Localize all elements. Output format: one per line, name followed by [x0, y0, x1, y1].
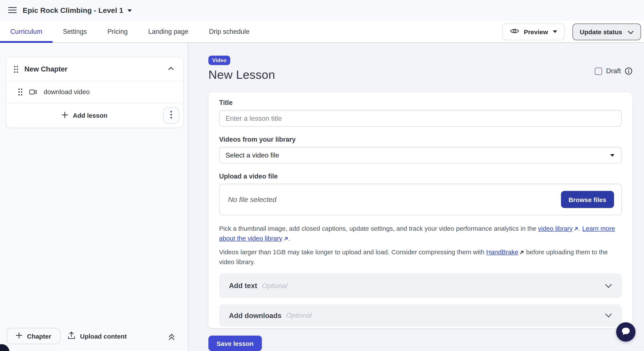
course-switcher[interactable]: Epic Rock Climbing - Level 1	[23, 6, 132, 15]
tabbar: Curriculum Settings Pricing Landing page…	[0, 21, 644, 43]
header-actions: Preview Update status	[502, 23, 644, 40]
lesson-title-input[interactable]	[219, 110, 622, 127]
help-text-segment: Videos larger than 1GB may take longer t…	[219, 248, 486, 256]
curriculum-sidebar: New Chapter download video	[0, 43, 188, 351]
caret-down-icon	[553, 30, 557, 33]
optional-hint: Optional	[286, 312, 312, 319]
help-text-segment: Pick a thumbnail image, add closed capti…	[219, 225, 538, 232]
lesson-type-badge: Video	[208, 56, 230, 65]
chevron-down-icon	[628, 28, 634, 35]
add-text-accordion[interactable]: Add text Optional	[219, 274, 622, 298]
video-library-link[interactable]: video library	[538, 225, 579, 232]
add-chapter-label: Chapter	[27, 332, 51, 340]
add-downloads-label: Add downloads	[229, 312, 282, 320]
lesson-title: download video	[44, 88, 90, 96]
caret-down-icon	[128, 9, 132, 12]
video-library-help-text: Pick a thumbnail image, add closed capti…	[219, 224, 622, 244]
title-field: Title	[219, 98, 622, 127]
lesson-header: Video New Lesson Draft	[208, 56, 632, 82]
double-chevron-up-icon	[168, 336, 176, 342]
chevron-down-icon	[605, 284, 612, 288]
draft-label: Draft	[606, 67, 621, 75]
course-title: Epic Rock Climbing - Level 1	[23, 6, 123, 15]
video-library-label: Videos from your library	[219, 135, 622, 144]
external-link-icon	[284, 234, 288, 244]
info-icon[interactable]	[625, 67, 632, 75]
lesson-form-card: Title Videos from your library Select a …	[208, 92, 632, 328]
collapse-chapter-button[interactable]	[167, 65, 174, 73]
link-label: video library	[538, 225, 573, 232]
video-library-selected-value: Select a video file	[226, 151, 279, 159]
hamburger-icon	[8, 7, 17, 14]
compression-help-text: Videos larger than 1GB may take longer t…	[219, 248, 622, 267]
lesson-heading-block: Video New Lesson	[208, 56, 275, 82]
upload-content-label: Upload content	[80, 332, 127, 340]
link-label: HandBrake	[486, 248, 518, 256]
add-text-label: Add text	[229, 282, 257, 290]
tab-drip-schedule[interactable]: Drip schedule	[199, 21, 260, 42]
help-text-segment: .	[579, 225, 582, 232]
page-title: New Lesson	[208, 68, 275, 82]
tab-settings[interactable]: Settings	[53, 21, 97, 42]
help-text-segment: .	[288, 234, 290, 242]
caret-down-icon	[610, 154, 614, 156]
lesson-item[interactable]: download video	[6, 81, 183, 103]
preview-label: Preview	[524, 28, 548, 35]
drag-handle-icon[interactable]	[14, 65, 18, 73]
chapter-header[interactable]: New Chapter	[6, 57, 183, 81]
app-body: New Chapter download video	[0, 43, 644, 351]
tab-pricing[interactable]: Pricing	[97, 21, 138, 42]
hamburger-menu-button[interactable]	[5, 3, 20, 18]
no-file-text: No file selected	[228, 196, 276, 204]
app: Epic Rock Climbing - Level 1 Curriculum …	[0, 0, 644, 351]
update-status-button[interactable]: Update status	[572, 23, 641, 40]
add-lesson-label: Add lesson	[73, 112, 108, 119]
chat-bubble-icon	[620, 326, 631, 338]
upload-label: Upload a video file	[219, 172, 622, 180]
kebab-icon	[170, 111, 172, 120]
video-library-field: Videos from your library Select a video …	[219, 135, 622, 164]
upload-content-button[interactable]: Upload content	[68, 328, 127, 344]
video-camera-icon	[29, 88, 38, 96]
external-link-icon	[520, 248, 524, 257]
tabs: Curriculum Settings Pricing Landing page…	[0, 21, 260, 42]
add-downloads-accordion[interactable]: Add downloads Optional	[219, 304, 622, 326]
add-lesson-button[interactable]: Add lesson	[62, 112, 108, 119]
lesson-editor: Video New Lesson Draft Title Vide	[188, 43, 644, 351]
topbar: Epic Rock Climbing - Level 1	[0, 0, 644, 21]
chat-widget-button[interactable]	[616, 322, 636, 342]
drag-handle-icon[interactable]	[18, 88, 23, 96]
video-library-select[interactable]: Select a video file	[219, 147, 622, 164]
plus-icon	[62, 112, 68, 119]
handbrake-link[interactable]: HandBrake	[486, 248, 518, 256]
chapter-title: New Chapter	[24, 65, 68, 73]
chevron-down-icon	[605, 313, 612, 318]
external-link-icon	[574, 224, 579, 234]
chapter-card: New Chapter download video	[6, 57, 184, 128]
tab-curriculum[interactable]: Curriculum	[0, 21, 53, 42]
browse-files-button[interactable]: Browse files	[561, 191, 614, 208]
add-chapter-button[interactable]: Chapter	[7, 328, 60, 344]
chapter-menu-button[interactable]	[163, 107, 179, 124]
tab-landing-page[interactable]: Landing page	[138, 21, 199, 42]
draft-toggle-row: Draft	[595, 67, 632, 75]
title-label: Title	[219, 98, 622, 106]
corner-widget	[0, 344, 10, 351]
upload-icon	[68, 331, 75, 341]
update-status-label: Update status	[580, 28, 622, 35]
optional-hint: Optional	[262, 282, 287, 290]
add-lesson-row: Add lesson	[6, 103, 183, 128]
save-lesson-button[interactable]: Save lesson	[208, 336, 262, 351]
collapse-all-button[interactable]	[168, 332, 176, 342]
plus-icon	[16, 332, 22, 340]
eye-icon	[510, 28, 519, 36]
draft-checkbox[interactable]	[595, 68, 602, 75]
preview-button[interactable]: Preview	[502, 23, 564, 40]
upload-field: Upload a video file No file selected Bro…	[219, 172, 622, 215]
file-dropzone[interactable]: No file selected Browse files	[219, 184, 622, 215]
chevron-up-icon	[167, 65, 174, 73]
